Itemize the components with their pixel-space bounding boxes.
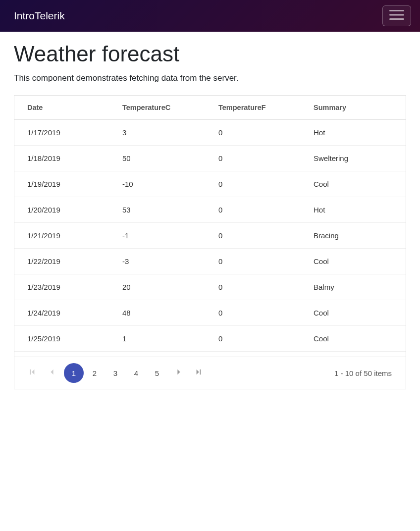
cell-date: 1/20/2019 (14, 197, 109, 222)
column-header-summary[interactable]: Summary (301, 96, 406, 119)
first-page-icon (29, 369, 36, 377)
cell-summary: Hot (301, 120, 406, 145)
cell-summary: Sweltering (301, 146, 406, 171)
cell-summary: Cool (301, 171, 406, 197)
table-row[interactable]: 1/21/2019-10Bracing (14, 223, 406, 249)
cell-tempf: 0 (206, 223, 301, 248)
cell-date: 1/17/2019 (14, 120, 109, 145)
pager-page-1[interactable]: 1 (64, 363, 84, 383)
pager-next-button[interactable] (171, 365, 187, 381)
cell-tempf: 0 (206, 300, 301, 325)
grid-body[interactable]: 1/17/201930Hot1/18/2019500Sweltering1/19… (14, 120, 406, 357)
cell-date: 1/18/2019 (14, 146, 109, 171)
cell-date: 1/23/2019 (14, 274, 109, 300)
table-row[interactable]: 1/19/2019-100Cool (14, 171, 406, 197)
column-header-tempf[interactable]: TemperatureF (206, 96, 301, 119)
app-brand[interactable]: IntroTelerik (14, 10, 65, 22)
pager-page-2[interactable]: 2 (85, 363, 105, 383)
cell-tempf: 0 (206, 326, 301, 351)
chevron-left-icon (49, 369, 55, 377)
cell-tempc: 50 (109, 146, 206, 171)
cell-tempc: -3 (109, 249, 206, 274)
pager-page-5[interactable]: 5 (147, 363, 167, 383)
cell-tempc: 20 (109, 274, 206, 300)
cell-tempc: 1 (109, 326, 206, 351)
svg-rect-2 (389, 18, 404, 20)
cell-tempf: 0 (206, 171, 301, 197)
column-header-tempc[interactable]: TemperatureC (109, 96, 206, 119)
cell-date: 1/22/2019 (14, 249, 109, 274)
table-row[interactable]: 1/24/2019480Cool (14, 300, 406, 326)
column-header-date[interactable]: Date (14, 96, 109, 119)
table-row[interactable]: 1/18/2019500Sweltering (14, 146, 406, 171)
cell-tempc: 53 (109, 197, 206, 222)
cell-tempc: 48 (109, 300, 206, 325)
cell-summary: Balmy (301, 274, 406, 300)
table-row[interactable]: 1/20/2019530Hot (14, 197, 406, 223)
cell-summary: Hot (301, 197, 406, 222)
data-grid: Date TemperatureC TemperatureF Summary 1… (14, 95, 406, 389)
cell-date: 1/21/2019 (14, 223, 109, 248)
last-page-icon (195, 369, 202, 377)
page-subtitle: This component demonstrates fetching dat… (14, 73, 406, 83)
navbar: IntroTelerik (0, 0, 420, 32)
svg-rect-0 (389, 10, 404, 11)
cell-tempf: 0 (206, 197, 301, 222)
pager-last-button[interactable] (191, 365, 207, 381)
hamburger-icon (389, 9, 404, 23)
pager-info: 1 - 10 of 50 items (334, 369, 396, 377)
cell-tempf: 0 (206, 146, 301, 171)
table-row[interactable]: 1/23/2019200Balmy (14, 274, 406, 300)
chevron-right-icon (175, 369, 182, 377)
pager-prev-button[interactable] (44, 365, 60, 381)
main-content: Weather forecast This component demonstr… (0, 32, 420, 399)
pager-page-4[interactable]: 4 (126, 363, 146, 383)
pager-page-3[interactable]: 3 (105, 363, 125, 383)
pager: 12345 1 - 10 of 50 items (14, 357, 406, 389)
grid-header: Date TemperatureC TemperatureF Summary (14, 96, 406, 120)
cell-tempf: 0 (206, 274, 301, 300)
cell-date: 1/25/2019 (14, 326, 109, 351)
menu-toggle-button[interactable] (382, 5, 411, 26)
pager-first-button[interactable] (24, 365, 40, 381)
cell-summary: Cool (301, 249, 406, 274)
pager-nav: 12345 (24, 363, 207, 383)
cell-tempf: 0 (206, 249, 301, 274)
cell-summary: Cool (301, 326, 406, 351)
cell-tempf: 0 (206, 120, 301, 145)
cell-date: 1/24/2019 (14, 300, 109, 325)
cell-summary: Bracing (301, 223, 406, 248)
table-row[interactable]: 1/22/2019-30Cool (14, 249, 406, 274)
table-row[interactable]: 1/25/201910Cool (14, 326, 406, 352)
cell-date: 1/19/2019 (14, 171, 109, 197)
cell-tempc: -1 (109, 223, 206, 248)
table-row[interactable]: 1/17/201930Hot (14, 120, 406, 146)
cell-summary: Cool (301, 300, 406, 325)
cell-tempc: -10 (109, 171, 206, 197)
cell-tempc: 3 (109, 120, 206, 145)
page-title: Weather forecast (14, 42, 406, 66)
svg-rect-1 (389, 14, 404, 16)
